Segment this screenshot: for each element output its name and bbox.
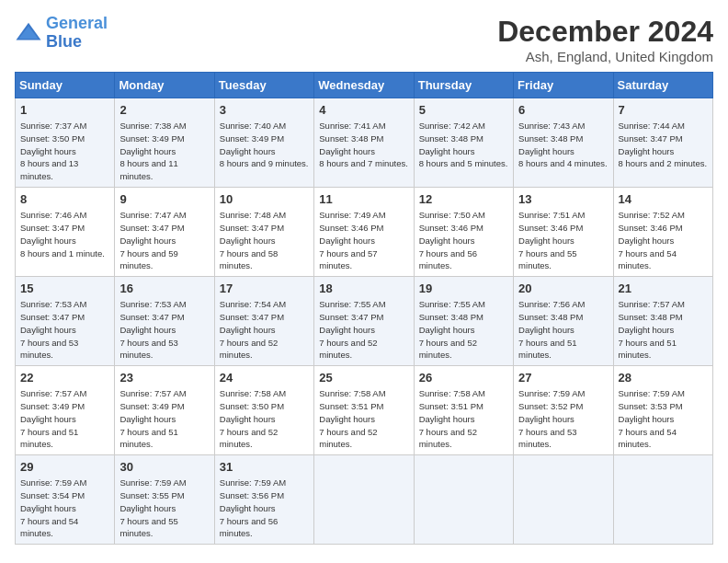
- calendar-week-1: 1Sunrise: 7:37 AMSunset: 3:50 PMDaylight…: [16, 98, 713, 188]
- title-block: December 2024 Ash, England, United Kingd…: [497, 15, 713, 64]
- day-number: 23: [119, 370, 209, 386]
- logo-text: General Blue: [46, 15, 108, 52]
- calendar-week-4: 22Sunrise: 7:57 AMSunset: 3:49 PMDayligh…: [16, 366, 713, 455]
- cell-content: Sunrise: 7:51 AMSunset: 3:46 PMDaylight …: [518, 209, 608, 272]
- page-header: General Blue December 2024 Ash, England,…: [15, 15, 713, 64]
- calendar-cell: 21Sunrise: 7:57 AMSunset: 3:48 PMDayligh…: [613, 277, 712, 366]
- calendar-cell: 8Sunrise: 7:46 AMSunset: 3:47 PMDaylight…: [16, 188, 115, 277]
- cell-content: Sunrise: 7:58 AMSunset: 3:51 PMDaylight …: [419, 387, 508, 451]
- cell-content: Sunrise: 7:49 AMSunset: 3:46 PMDaylight …: [319, 209, 408, 272]
- cell-content: Sunrise: 7:59 AMSunset: 3:55 PMDaylight …: [119, 477, 209, 540]
- day-number: 27: [518, 370, 608, 386]
- calendar-cell: 17Sunrise: 7:54 AMSunset: 3:47 PMDayligh…: [214, 277, 313, 366]
- cell-content: Sunrise: 7:57 AMSunset: 3:48 PMDaylight …: [619, 298, 708, 362]
- calendar-cell: 23Sunrise: 7:57 AMSunset: 3:49 PMDayligh…: [115, 366, 214, 455]
- calendar-cell: 30Sunrise: 7:59 AMSunset: 3:55 PMDayligh…: [115, 455, 214, 545]
- cell-content: Sunrise: 7:59 AMSunset: 3:56 PMDaylight …: [220, 477, 309, 540]
- calendar-cell: 10Sunrise: 7:48 AMSunset: 3:47 PMDayligh…: [214, 188, 313, 277]
- calendar-cell: 19Sunrise: 7:55 AMSunset: 3:48 PMDayligh…: [414, 277, 513, 366]
- calendar-table: SundayMondayTuesdayWednesdayThursdayFrid…: [15, 72, 713, 545]
- header-cell-friday: Friday: [514, 73, 613, 98]
- day-number: 16: [119, 281, 209, 297]
- day-number: 5: [419, 102, 508, 119]
- calendar-week-2: 8Sunrise: 7:46 AMSunset: 3:47 PMDaylight…: [16, 188, 713, 277]
- calendar-cell: [414, 455, 513, 545]
- calendar-cell: 16Sunrise: 7:53 AMSunset: 3:47 PMDayligh…: [115, 277, 214, 366]
- cell-content: Sunrise: 7:44 AMSunset: 3:47 PMDaylight …: [619, 120, 708, 170]
- day-number: 28: [619, 370, 708, 386]
- day-number: 25: [319, 370, 408, 386]
- day-number: 26: [419, 370, 508, 386]
- cell-content: Sunrise: 7:58 AMSunset: 3:51 PMDaylight …: [319, 387, 408, 451]
- calendar-cell: 18Sunrise: 7:55 AMSunset: 3:47 PMDayligh…: [314, 277, 414, 366]
- cell-content: Sunrise: 7:52 AMSunset: 3:46 PMDaylight …: [619, 209, 708, 272]
- cell-content: Sunrise: 7:41 AMSunset: 3:48 PMDaylight …: [319, 120, 408, 170]
- calendar-week-5: 29Sunrise: 7:59 AMSunset: 3:54 PMDayligh…: [16, 455, 713, 545]
- header-cell-tuesday: Tuesday: [214, 73, 313, 98]
- calendar-cell: 4Sunrise: 7:41 AMSunset: 3:48 PMDaylight…: [314, 98, 414, 188]
- cell-content: Sunrise: 7:53 AMSunset: 3:47 PMDaylight …: [119, 298, 209, 362]
- header-cell-monday: Monday: [115, 73, 214, 98]
- cell-content: Sunrise: 7:48 AMSunset: 3:47 PMDaylight …: [220, 209, 309, 272]
- calendar-cell: [514, 455, 613, 545]
- day-number: 29: [20, 459, 109, 476]
- cell-content: Sunrise: 7:37 AMSunset: 3:50 PMDaylight …: [20, 120, 109, 183]
- calendar-cell: 9Sunrise: 7:47 AMSunset: 3:47 PMDaylight…: [115, 188, 214, 277]
- cell-content: Sunrise: 7:59 AMSunset: 3:53 PMDaylight …: [619, 387, 708, 451]
- cell-content: Sunrise: 7:53 AMSunset: 3:47 PMDaylight …: [20, 298, 109, 362]
- day-number: 19: [419, 281, 508, 297]
- calendar-cell: 11Sunrise: 7:49 AMSunset: 3:46 PMDayligh…: [314, 188, 414, 277]
- day-number: 22: [20, 370, 109, 386]
- calendar-cell: 22Sunrise: 7:57 AMSunset: 3:49 PMDayligh…: [16, 366, 115, 455]
- cell-content: Sunrise: 7:40 AMSunset: 3:49 PMDaylight …: [220, 120, 309, 170]
- day-number: 9: [119, 191, 209, 208]
- cell-content: Sunrise: 7:59 AMSunset: 3:52 PMDaylight …: [518, 387, 608, 451]
- cell-content: Sunrise: 7:47 AMSunset: 3:47 PMDaylight …: [119, 209, 209, 272]
- cell-content: Sunrise: 7:57 AMSunset: 3:49 PMDaylight …: [119, 387, 209, 451]
- header-cell-wednesday: Wednesday: [314, 73, 414, 98]
- calendar-cell: 24Sunrise: 7:58 AMSunset: 3:50 PMDayligh…: [214, 366, 313, 455]
- day-number: 17: [220, 281, 309, 297]
- calendar-cell: 5Sunrise: 7:42 AMSunset: 3:48 PMDaylight…: [414, 98, 513, 188]
- day-number: 6: [518, 102, 608, 119]
- day-number: 14: [619, 191, 708, 208]
- day-number: 30: [119, 459, 209, 476]
- day-number: 3: [220, 102, 309, 119]
- calendar-cell: 20Sunrise: 7:56 AMSunset: 3:48 PMDayligh…: [514, 277, 613, 366]
- header-cell-saturday: Saturday: [613, 73, 712, 98]
- day-number: 20: [518, 281, 608, 297]
- calendar-cell: 25Sunrise: 7:58 AMSunset: 3:51 PMDayligh…: [314, 366, 414, 455]
- day-number: 2: [119, 102, 209, 119]
- cell-content: Sunrise: 7:55 AMSunset: 3:47 PMDaylight …: [319, 298, 408, 362]
- calendar-cell: 6Sunrise: 7:43 AMSunset: 3:48 PMDaylight…: [514, 98, 613, 188]
- cell-content: Sunrise: 7:56 AMSunset: 3:48 PMDaylight …: [518, 298, 608, 362]
- cell-content: Sunrise: 7:43 AMSunset: 3:48 PMDaylight …: [518, 120, 608, 170]
- header-cell-thursday: Thursday: [414, 73, 513, 98]
- calendar-cell: 2Sunrise: 7:38 AMSunset: 3:49 PMDaylight…: [115, 98, 214, 188]
- calendar-cell: [613, 455, 712, 545]
- calendar-cell: 14Sunrise: 7:52 AMSunset: 3:46 PMDayligh…: [613, 188, 712, 277]
- day-number: 12: [419, 191, 508, 208]
- calendar-cell: 7Sunrise: 7:44 AMSunset: 3:47 PMDaylight…: [613, 98, 712, 188]
- calendar-cell: 13Sunrise: 7:51 AMSunset: 3:46 PMDayligh…: [514, 188, 613, 277]
- day-number: 18: [319, 281, 408, 297]
- day-number: 1: [20, 102, 109, 119]
- cell-content: Sunrise: 7:54 AMSunset: 3:47 PMDaylight …: [220, 298, 309, 362]
- calendar-cell: 27Sunrise: 7:59 AMSunset: 3:52 PMDayligh…: [514, 366, 613, 455]
- cell-content: Sunrise: 7:42 AMSunset: 3:48 PMDaylight …: [419, 120, 508, 170]
- calendar-cell: 1Sunrise: 7:37 AMSunset: 3:50 PMDaylight…: [16, 98, 115, 188]
- logo: General Blue: [15, 15, 108, 52]
- day-number: 7: [619, 102, 708, 119]
- calendar-week-3: 15Sunrise: 7:53 AMSunset: 3:47 PMDayligh…: [16, 277, 713, 366]
- logo-icon: [15, 19, 42, 47]
- cell-content: Sunrise: 7:59 AMSunset: 3:54 PMDaylight …: [20, 477, 109, 540]
- day-number: 31: [220, 459, 309, 476]
- day-number: 8: [20, 191, 109, 208]
- calendar-cell: 26Sunrise: 7:58 AMSunset: 3:51 PMDayligh…: [414, 366, 513, 455]
- day-number: 11: [319, 191, 408, 208]
- calendar-cell: 29Sunrise: 7:59 AMSunset: 3:54 PMDayligh…: [16, 455, 115, 545]
- cell-content: Sunrise: 7:50 AMSunset: 3:46 PMDaylight …: [419, 209, 508, 272]
- day-number: 4: [319, 102, 408, 119]
- header-row: SundayMondayTuesdayWednesdayThursdayFrid…: [16, 73, 713, 98]
- calendar-cell: 15Sunrise: 7:53 AMSunset: 3:47 PMDayligh…: [16, 277, 115, 366]
